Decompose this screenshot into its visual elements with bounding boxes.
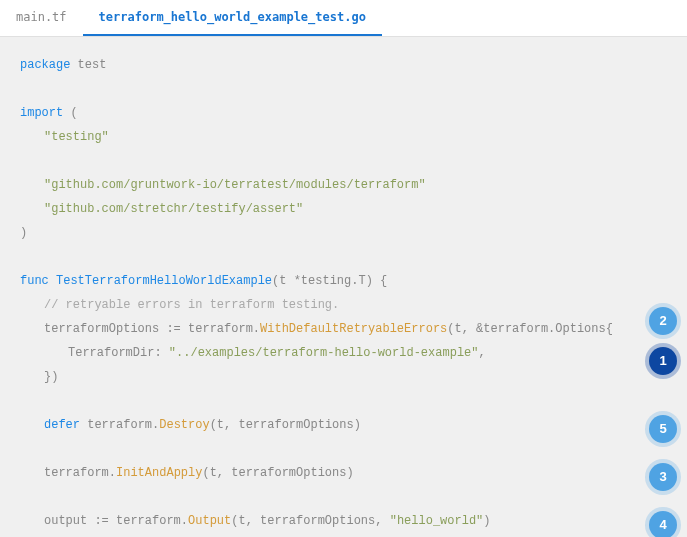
- text: (t, terraformOptions,: [231, 514, 389, 528]
- step-marker-1[interactable]: 1: [649, 347, 677, 375]
- code-line: "github.com/stretchr/testify/assert": [20, 197, 667, 221]
- text: (t, terraformOptions): [210, 418, 361, 432]
- text: terraformOptions := terraform.: [44, 322, 260, 336]
- tab-bar: main.tf terraform_hello_world_example_te…: [0, 0, 687, 37]
- text: test: [70, 58, 106, 72]
- code-line: output := terraform.Output(t, terraformO…: [20, 509, 667, 533]
- code-line: [20, 485, 667, 509]
- text: }): [44, 370, 58, 384]
- code-line: "github.com/gruntwork-io/terratest/modul…: [20, 173, 667, 197]
- call: Output: [188, 514, 231, 528]
- code-line: package test: [20, 53, 667, 77]
- text: TerraformDir:: [68, 346, 169, 360]
- code-line: [20, 149, 667, 173]
- string: "github.com/stretchr/testify/assert": [44, 202, 303, 216]
- code-viewer: package test import ( "testing" "github.…: [0, 37, 687, 537]
- text: ): [483, 514, 490, 528]
- text: terraform.: [80, 418, 159, 432]
- step-marker-4[interactable]: 4: [649, 511, 677, 537]
- code-line: terraformOptions := terraform.WithDefaul…: [20, 317, 667, 341]
- code-line: terraform.InitAndApply(t, terraformOptio…: [20, 461, 667, 485]
- tab-main-tf[interactable]: main.tf: [0, 0, 83, 36]
- code-line: func TestTerraformHelloWorldExample(t *t…: [20, 269, 667, 293]
- step-marker-3[interactable]: 3: [649, 463, 677, 491]
- comment: // retryable errors in terraform testing…: [44, 298, 339, 312]
- text: (: [63, 106, 77, 120]
- text: ,: [478, 346, 485, 360]
- call: Destroy: [159, 418, 209, 432]
- text: (t, &terraform.Options{: [447, 322, 613, 336]
- code-line: defer terraform.Destroy(t, terraformOpti…: [20, 413, 667, 437]
- code-line: [20, 245, 667, 269]
- keyword: import: [20, 106, 63, 120]
- text: terraform.: [44, 466, 116, 480]
- tab-test-go[interactable]: terraform_hello_world_example_test.go: [83, 0, 382, 36]
- text: (t *testing.T) {: [272, 274, 387, 288]
- step-marker-2[interactable]: 2: [649, 307, 677, 335]
- code-line: [20, 77, 667, 101]
- keyword: func: [20, 274, 49, 288]
- string: "testing": [44, 130, 109, 144]
- code-line: }): [20, 365, 667, 389]
- string: "hello_world": [390, 514, 484, 528]
- call: WithDefaultRetryableErrors: [260, 322, 447, 336]
- code-line: "testing": [20, 125, 667, 149]
- text: output := terraform.: [44, 514, 188, 528]
- func-name: TestTerraformHelloWorldExample: [56, 274, 272, 288]
- string: "../examples/terraform-hello-world-examp…: [169, 346, 479, 360]
- code-line: // retryable errors in terraform testing…: [20, 293, 667, 317]
- text: (t, terraformOptions): [202, 466, 353, 480]
- code-line: [20, 437, 667, 461]
- code-line: import (: [20, 101, 667, 125]
- step-marker-5[interactable]: 5: [649, 415, 677, 443]
- code-line: TerraformDir: "../examples/terraform-hel…: [20, 341, 667, 365]
- keyword: package: [20, 58, 70, 72]
- call: InitAndApply: [116, 466, 202, 480]
- keyword: defer: [44, 418, 80, 432]
- code-line: ): [20, 221, 667, 245]
- code-line: assert.Equal(t, "Hello, World!", output): [20, 533, 667, 537]
- code-line: [20, 389, 667, 413]
- text: ): [20, 226, 27, 240]
- string: "github.com/gruntwork-io/terratest/modul…: [44, 178, 426, 192]
